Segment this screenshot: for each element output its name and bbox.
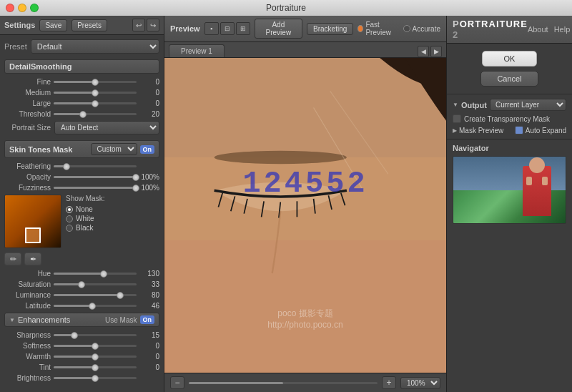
large-slider[interactable] <box>54 102 137 104</box>
dual-view-btn[interactable]: ⊞ <box>236 22 250 35</box>
zoom-in-button[interactable]: + <box>382 376 396 389</box>
medium-slider[interactable] <box>54 92 137 94</box>
ok-button[interactable]: OK <box>482 51 538 67</box>
preset-select[interactable]: Default <box>31 39 159 54</box>
fuzziness-label: Fuzziness <box>4 184 51 192</box>
output-layer-select[interactable]: Current Layer <box>490 99 566 111</box>
about-menu-item[interactable]: About <box>528 25 548 34</box>
large-value: 0 <box>139 99 159 107</box>
minimize-button[interactable] <box>18 4 26 12</box>
warmth-slider-row: Warmth 0 <box>4 353 159 361</box>
portrait-size-select[interactable]: Auto Detect <box>54 121 159 134</box>
brightness-label: Brightness <box>4 374 51 382</box>
fast-preview-option[interactable]: Fast Preview <box>358 21 397 36</box>
single-view-btn[interactable]: ▪ <box>204 22 219 35</box>
nav-hand-left <box>526 177 532 185</box>
opacity-value: 100% <box>139 173 159 181</box>
large-label: Large <box>4 99 51 107</box>
skin-tones-on-badge[interactable]: On <box>140 145 155 154</box>
threshold-slider[interactable] <box>54 113 137 115</box>
tint-slider[interactable] <box>54 366 137 368</box>
saturation-slider[interactable] <box>54 283 137 285</box>
feathering-slider[interactable] <box>54 165 137 167</box>
none-radio[interactable] <box>66 206 73 213</box>
warmth-slider[interactable] <box>54 356 137 358</box>
threshold-label: Threshold <box>4 110 51 118</box>
zoom-select[interactable]: 100% <box>400 377 440 389</box>
right-toolbar: PORTRAITURE 2 About Help <box>447 16 572 44</box>
feathering-label: Feathering <box>4 162 51 170</box>
latitude-value: 46 <box>139 302 159 310</box>
presets-button[interactable]: Presets <box>72 19 107 31</box>
mask-preview-toggle[interactable]: ▶ Mask Preview <box>453 127 503 134</box>
bracketing-button[interactable]: Bracketing <box>307 23 353 35</box>
opacity-label: Opacity <box>4 173 51 181</box>
help-menu-item[interactable]: Help <box>554 25 571 34</box>
white-radio-row[interactable]: White <box>66 215 104 222</box>
black-radio-row[interactable]: Black <box>66 224 104 232</box>
tint-label: Tint <box>4 363 51 371</box>
nav-figure-hands <box>526 177 548 191</box>
split-view-btn[interactable]: ⊟ <box>220 22 235 35</box>
save-button[interactable]: Save <box>39 19 67 31</box>
watermark: poco 摄影专题 http://photo.poco.cn <box>267 308 342 330</box>
opacity-slider[interactable] <box>54 176 137 178</box>
navigator-label: Navigator <box>453 144 566 152</box>
accurate-option[interactable]: Accurate <box>403 25 440 33</box>
maximize-button[interactable] <box>30 4 39 12</box>
create-transparency-checkbox[interactable] <box>453 114 461 123</box>
fast-preview-radio[interactable] <box>358 25 363 32</box>
enhancements-toggle-icon[interactable]: ▼ <box>9 317 15 323</box>
view-buttons: ▪ ⊟ ⊞ <box>204 22 250 35</box>
black-radio[interactable] <box>66 225 73 232</box>
preset-row: Preset Default <box>4 39 159 54</box>
hue-label: Hue <box>4 270 51 278</box>
zoom-out-button[interactable]: − <box>170 376 184 389</box>
threshold-value: 20 <box>139 110 159 118</box>
fuzziness-value: 100% <box>139 184 159 192</box>
saturation-slider-row: Saturation 33 <box>4 280 159 288</box>
zoom-slider[interactable] <box>189 382 378 384</box>
tab-next-btn[interactable]: ▶ <box>430 46 442 57</box>
add-preview-button[interactable]: Add Preview <box>255 19 302 39</box>
fine-slider[interactable] <box>54 81 137 83</box>
svg-point-2 <box>214 151 347 165</box>
undo-button[interactable]: ↩ <box>132 19 145 31</box>
softness-slider[interactable] <box>54 345 137 347</box>
brightness-slider[interactable] <box>54 377 137 379</box>
latitude-slider[interactable] <box>54 305 137 307</box>
mask-preview-label: Mask Preview <box>459 127 503 134</box>
fuzziness-slider[interactable] <box>54 187 137 189</box>
enhancements-on-badge[interactable]: On <box>140 315 155 324</box>
eyedropper-btn-1[interactable]: ✏ <box>4 253 21 265</box>
watermark-line1: poco 摄影专题 <box>267 308 342 320</box>
fine-label: Fine <box>4 78 51 86</box>
cancel-button[interactable]: Cancel <box>480 71 538 87</box>
skin-tones-custom-select[interactable]: Custom <box>91 143 137 155</box>
eyedropper-btn-2[interactable]: ✒ <box>24 253 41 265</box>
mask-preview-icon[interactable]: ▶ <box>453 127 457 134</box>
mask-preview-row: ▶ Mask Preview Auto Expand <box>453 126 566 134</box>
sharpness-slider[interactable] <box>54 334 137 336</box>
hue-slider-row: Hue 130 <box>4 270 159 278</box>
auto-expand-checkbox[interactable] <box>515 126 523 134</box>
accurate-radio[interactable] <box>403 25 410 32</box>
luminance-slider[interactable] <box>54 294 137 296</box>
hue-slider[interactable] <box>54 273 137 275</box>
navigator-thumbnail[interactable] <box>453 156 566 224</box>
redo-button[interactable]: ↪ <box>147 19 159 31</box>
hue-value: 130 <box>139 270 159 278</box>
output-toggle-icon[interactable]: ▼ <box>453 102 458 108</box>
none-radio-row[interactable]: None <box>66 205 104 213</box>
color-picker[interactable] <box>4 195 61 248</box>
preview-toolbar-label: Preview <box>170 24 200 33</box>
tab-prev-btn[interactable]: ◀ <box>418 46 429 57</box>
tint-value: 0 <box>139 363 159 371</box>
preview-tab-1[interactable]: Preview 1 <box>169 44 225 57</box>
left-scroll-area: Preset Default DetailSmoothing Fine 0 Me… <box>0 35 164 392</box>
create-transparency-row: Create Transparency Mask <box>453 114 566 123</box>
close-button[interactable] <box>6 4 14 12</box>
none-radio-label: None <box>76 205 93 213</box>
white-radio[interactable] <box>66 215 73 222</box>
create-transparency-label: Create Transparency Mask <box>464 115 550 123</box>
